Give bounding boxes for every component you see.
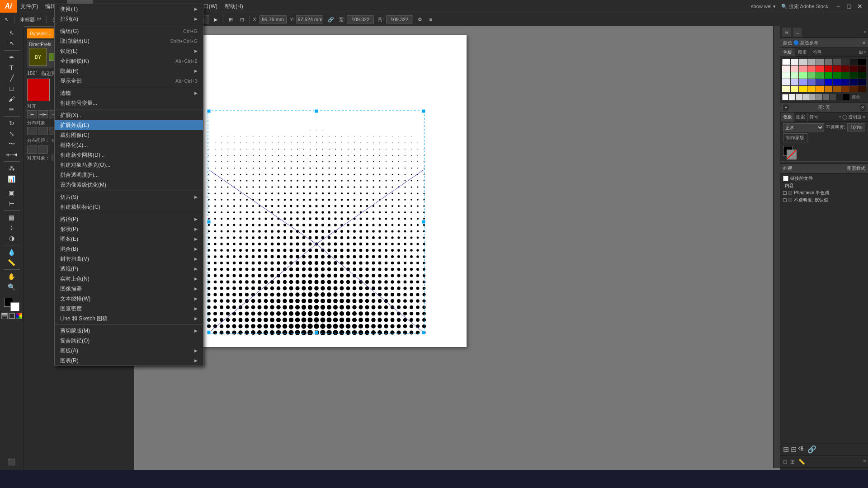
- tool-mesh[interactable]: ⊹: [2, 223, 22, 233]
- menu-item-p[interactable]: 透视(P): [55, 264, 203, 274]
- swatch-g2[interactable]: [791, 72, 799, 79]
- swatch-c6[interactable]: [825, 66, 833, 72]
- swatch-y9[interactable]: [850, 86, 858, 92]
- tool-select[interactable]: ↖: [2, 16, 11, 23]
- panel-new-icon[interactable]: +: [839, 114, 841, 119]
- h-input[interactable]: [386, 15, 413, 23]
- menu-item-[interactable]: 图查密度: [55, 304, 203, 314]
- menu-item-e[interactable]: 图案(E): [55, 234, 203, 244]
- rp-ruler-icon[interactable]: 📏: [797, 459, 807, 465]
- swatch-b3[interactable]: [799, 79, 807, 85]
- grid-icon[interactable]: ⊞: [226, 16, 236, 23]
- menu-item-a[interactable]: 排列(A): [55, 14, 203, 24]
- swatch-y5[interactable]: [816, 86, 824, 92]
- swatch-b7[interactable]: [833, 79, 841, 85]
- tool-selection[interactable]: ↖: [2, 28, 22, 38]
- tool-rotate[interactable]: ↻: [2, 118, 22, 128]
- swatch-g8[interactable]: [841, 72, 849, 79]
- menu-item-b[interactable]: 混合(B): [55, 244, 203, 254]
- more-icon[interactable]: ≡: [427, 16, 435, 23]
- swatch-c4[interactable]: [807, 66, 816, 72]
- menu-item-r[interactable]: 图表(R): [55, 356, 203, 366]
- prop-lock2-icon[interactable]: [788, 198, 792, 202]
- direct-color-swatch[interactable]: DY: [29, 48, 47, 66]
- default-colors[interactable]: [1, 313, 8, 319]
- menu-item-[interactable]: 滤镜: [55, 88, 203, 98]
- prop-locked-icon[interactable]: [788, 191, 792, 195]
- menu-item-x[interactable]: 扩展(X)...: [55, 110, 203, 120]
- swatch-c7[interactable]: [833, 66, 841, 72]
- tool-width[interactable]: ⇤⇥: [2, 150, 22, 160]
- swatch-gray6[interactable]: [841, 59, 849, 65]
- menu-item-m[interactable]: 剪切蒙版(M): [55, 326, 203, 336]
- right-del-icon[interactable]: ⊟: [791, 445, 797, 454]
- tool-zoom[interactable]: 🔍: [2, 282, 22, 292]
- tool-pen[interactable]: ✒: [2, 52, 22, 62]
- menu-item-k[interactable]: 全部解锁(K)Alt+Ctrl+2: [55, 56, 203, 66]
- tab-color[interactable]: 色板: [780, 48, 795, 56]
- swatch-gray1[interactable]: [799, 59, 807, 65]
- swatch-lgray[interactable]: [791, 59, 799, 65]
- tone-6[interactable]: [823, 94, 829, 100]
- align-center-btn[interactable]: ⊣⊢: [38, 110, 48, 118]
- menu-item-n[interactable]: 实时上色(N): [55, 274, 203, 284]
- menu-item-w[interactable]: 文本绕排(W): [55, 294, 203, 304]
- swatch-y10[interactable]: [858, 86, 866, 92]
- color-reference-swatch[interactable]: [27, 79, 50, 101]
- x-input[interactable]: [259, 15, 287, 23]
- tool-symbol[interactable]: ⁂: [2, 164, 22, 174]
- swatch-b2[interactable]: [791, 79, 799, 85]
- swatch-c2[interactable]: [791, 66, 799, 72]
- menu-item-u[interactable]: 取消编组(U)Shift+Ctrl+G: [55, 36, 203, 46]
- swatch-g3[interactable]: [799, 72, 807, 79]
- menu-item-s[interactable]: 切片(S): [55, 192, 203, 202]
- bg-swatch[interactable]: [787, 150, 797, 160]
- tab-symbol[interactable]: 符号: [810, 48, 825, 56]
- swatch-c3[interactable]: [799, 66, 807, 72]
- swatch-y3[interactable]: [799, 86, 807, 92]
- menu-file[interactable]: 文件(F): [17, 0, 42, 13]
- swatch-dgray[interactable]: [850, 59, 858, 65]
- swatch-list-icon[interactable]: ≡: [863, 50, 866, 55]
- prop-vis2-icon[interactable]: [783, 198, 787, 202]
- menu-item-l[interactable]: 锁定(L): [55, 46, 203, 56]
- swatch-gray3[interactable]: [816, 59, 824, 65]
- swatch-g5[interactable]: [816, 72, 824, 79]
- opacity-right-input[interactable]: [847, 123, 865, 131]
- swatch-g7[interactable]: [833, 72, 841, 79]
- swatch-c10[interactable]: [858, 66, 866, 72]
- menu-item-[interactable]: 图像描摹: [55, 284, 203, 294]
- tool-type[interactable]: T: [2, 63, 22, 73]
- swatch-gray2[interactable]: [807, 59, 816, 65]
- menu-item-g[interactable]: 编组(G)Ctrl+G: [55, 26, 203, 36]
- dynamic-panel-tab[interactable]: Dynamic...: [27, 28, 54, 38]
- swatch-g1[interactable]: [782, 72, 790, 79]
- swatch-b9[interactable]: [850, 79, 858, 85]
- panel-opacity-icon[interactable]: ◯: [842, 114, 847, 119]
- menu-item-p[interactable]: 路径(P): [55, 214, 203, 224]
- document-tab[interactable]: 未标题-1*: [17, 15, 44, 24]
- dist-1[interactable]: [27, 127, 37, 135]
- swatch-b5[interactable]: [816, 79, 824, 85]
- menu-item-m[interactable]: 设为像素级优化(M): [55, 180, 203, 190]
- none-color[interactable]: [9, 313, 15, 319]
- tab-pattern[interactable]: 图案: [795, 48, 810, 56]
- tool-warp[interactable]: 〜: [2, 139, 22, 149]
- swatch-y8[interactable]: [841, 86, 849, 92]
- sub-tab-symbol[interactable]: 符号: [807, 113, 820, 122]
- swatch-y4[interactable]: [807, 86, 816, 92]
- right-eye-icon[interactable]: 👁: [798, 445, 806, 454]
- w-input[interactable]: [347, 15, 374, 23]
- rp-layer-icon[interactable]: □: [782, 459, 788, 465]
- y-input[interactable]: [296, 15, 323, 23]
- rp-menu-icon[interactable]: ≡: [863, 459, 866, 465]
- blend-mode-select[interactable]: 正常: [783, 123, 824, 131]
- swatch-gray4[interactable]: [825, 59, 833, 65]
- tool-measure[interactable]: 📏: [2, 258, 22, 267]
- swatch-y7[interactable]: [833, 86, 841, 92]
- tone-black[interactable]: [843, 94, 849, 100]
- dist-sp-1[interactable]: [27, 145, 37, 154]
- swatch-b10[interactable]: [858, 79, 866, 85]
- tool-eyedropper[interactable]: 💧: [2, 247, 22, 257]
- menu-item-[interactable]: 显示全部Alt+Ctrl+3: [55, 76, 203, 86]
